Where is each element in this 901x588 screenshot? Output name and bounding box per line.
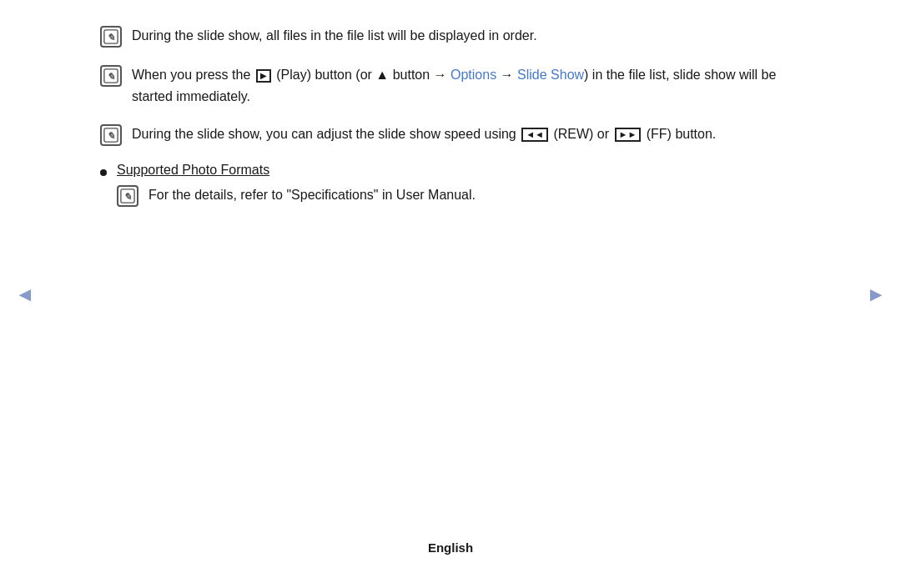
note-icon-2: ✎	[100, 65, 122, 87]
bullet-dot	[100, 169, 107, 176]
ff-button-inline: ►►	[615, 128, 642, 142]
note-text-1: During the slide show, all files in the …	[132, 25, 801, 47]
svg-text:✎: ✎	[107, 71, 115, 82]
language-label: English	[428, 540, 473, 555]
slideshow-link: Slide Show	[517, 68, 584, 82]
note-text-2: When you press the ▶ (Play) button (or ▲…	[132, 64, 801, 107]
bullet-item: Supported Photo Formats ✎ For the detail…	[100, 163, 801, 207]
svg-rect-2	[104, 69, 118, 83]
nav-right-button[interactable]: ►	[866, 283, 886, 306]
note-item-2: ✎ When you press the ▶ (Play) button (or…	[100, 64, 801, 107]
svg-text:✎: ✎	[107, 32, 115, 43]
note-icon-3: ✎	[100, 124, 122, 146]
page-container: ✎ During the slide show, all files in th…	[0, 0, 901, 588]
content-area: ✎ During the slide show, all files in th…	[0, 0, 901, 588]
bullet-section: Supported Photo Formats ✎ For the detail…	[100, 163, 801, 207]
supported-formats-label: Supported Photo Formats	[117, 163, 269, 178]
bullet-content: Supported Photo Formats ✎ For the detail…	[117, 163, 801, 207]
note-icon-sub: ✎	[117, 185, 138, 207]
play-button-inline: ▶	[256, 69, 271, 83]
note-item-3: ✎ During the slide show, you can adjust …	[100, 123, 801, 146]
svg-rect-0	[104, 30, 118, 43]
nav-left-button[interactable]: ◄	[15, 283, 35, 306]
sub-note: ✎ For the details, refer to "Specificati…	[117, 184, 801, 207]
note-item-1: ✎ During the slide show, all files in th…	[100, 25, 801, 48]
svg-rect-4	[104, 128, 118, 142]
rew-button-inline: ◄◄	[521, 128, 548, 142]
note-text-3: During the slide show, you can adjust th…	[132, 123, 801, 145]
note-icon-1: ✎	[100, 26, 122, 48]
svg-text:✎: ✎	[123, 191, 132, 202]
sub-note-text: For the details, refer to "Specification…	[148, 184, 476, 206]
svg-text:✎: ✎	[107, 130, 115, 141]
options-link: Options	[450, 68, 496, 82]
footer-language: English	[0, 532, 901, 571]
svg-rect-6	[121, 189, 134, 203]
